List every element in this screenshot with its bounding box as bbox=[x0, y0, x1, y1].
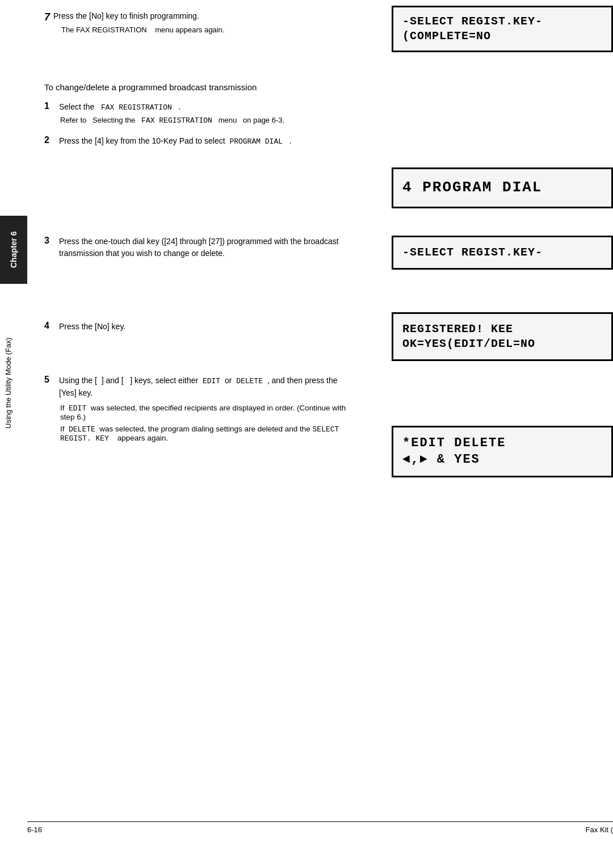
step-7-text: Press the [No] key to finish programming… bbox=[53, 11, 199, 20]
step-5-main: Using the [ ] and [ ] keys, select eithe… bbox=[59, 375, 356, 399]
display3-line1: -SELECT REGIST.KEY- bbox=[402, 245, 602, 260]
step-1-block: 1 Select the FAX REGISTRATION . Refer to… bbox=[44, 101, 373, 125]
display-box-registered: REGISTERED! KEE OK=YES(EDIT/DEL=NO bbox=[392, 312, 613, 361]
step-2-block: 2 Press the [4] key from the 10-Key Pad … bbox=[44, 135, 373, 148]
footer: 6-16 Fax Kit ( bbox=[27, 821, 613, 834]
utility-mode-label: Using the Utility Mode (Fax) bbox=[0, 284, 16, 483]
display-box-select-regist-2: -SELECT REGIST.KEY- bbox=[392, 236, 613, 270]
step-3-main: Press the one-touch dial key ([24] throu… bbox=[59, 236, 368, 259]
step-7-sub: The FAX REGISTRATION menu appears again. bbox=[61, 26, 339, 34]
display-box-program-dial: 4 PROGRAM DIAL bbox=[392, 167, 613, 208]
step-7-block: 7 Press the [No] key to finish programmi… bbox=[44, 11, 339, 34]
step-4-main: Press the [No] key. bbox=[59, 321, 125, 333]
display2-line1: 4 PROGRAM DIAL bbox=[402, 178, 602, 198]
chapter-label: Chapter 6 bbox=[0, 216, 27, 284]
step-2-num: 2 bbox=[44, 135, 56, 145]
step-3-num: 3 bbox=[44, 236, 56, 246]
change-section-title: To change/delete a programmed broadcast … bbox=[44, 82, 373, 92]
display1-line2: (COMPLETE=NO bbox=[402, 29, 602, 44]
change-section: To change/delete a programmed broadcast … bbox=[44, 82, 373, 157]
step-5-sub1: If EDIT was selected, the specified reci… bbox=[60, 404, 356, 421]
footer-page: 6-16 bbox=[27, 825, 42, 834]
display5-line2: ◄,► & YES bbox=[402, 452, 602, 468]
page-container: Chapter 6 Using the Utility Mode (Fax) 7… bbox=[0, 0, 613, 868]
step-5-num: 5 bbox=[44, 375, 56, 385]
step-5-block: 5 Using the [ ] and [ ] keys, select eit… bbox=[44, 375, 356, 443]
step-3-block: 3 Press the one-touch dial key ([24] thr… bbox=[44, 236, 368, 262]
step-1-sub: Refer to Selecting the FAX REGISTRATION … bbox=[60, 116, 373, 125]
display-box-select-regist-1: -SELECT REGIST.KEY- (COMPLETE=NO bbox=[392, 6, 613, 52]
step-1-num: 1 bbox=[44, 101, 56, 111]
display4-line1: REGISTERED! KEE bbox=[402, 322, 602, 337]
step-2-main: Press the [4] key from the 10-Key Pad to… bbox=[59, 135, 292, 148]
display1-line1: -SELECT REGIST.KEY- bbox=[402, 14, 602, 29]
display5-line1: *EDIT DELETE bbox=[402, 435, 602, 452]
step-7-number: 7 bbox=[44, 11, 50, 23]
step-4-block: 4 Press the [No] key. bbox=[44, 321, 345, 335]
step-1-main: Select the FAX REGISTRATION . bbox=[59, 101, 180, 114]
display-box-edit-delete: *EDIT DELETE ◄,► & YES bbox=[392, 426, 613, 477]
step-4-num: 4 bbox=[44, 321, 56, 331]
footer-product: Fax Kit ( bbox=[586, 825, 613, 834]
display4-line2: OK=YES(EDIT/DEL=NO bbox=[402, 337, 602, 351]
step-5-sub2: If DELETE was selected, the program dial… bbox=[60, 425, 356, 443]
